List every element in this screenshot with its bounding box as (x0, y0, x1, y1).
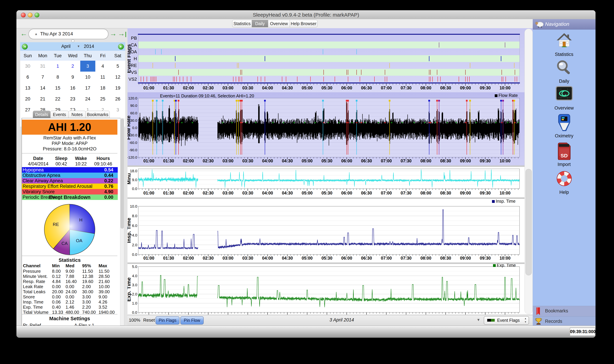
calendar-day-25[interactable]: 25 (95, 93, 110, 104)
reset-button[interactable]: Reset (143, 317, 155, 323)
calendar-day-18[interactable]: 18 (95, 83, 110, 93)
calendar-day-5[interactable]: 5 (110, 61, 125, 72)
swatch-green-icon (491, 319, 495, 322)
ahi-banner: AHI 1.20 (22, 120, 117, 135)
calendar-day-12[interactable]: 12 (110, 72, 125, 83)
tab-statistics[interactable]: Statistics (232, 20, 252, 27)
month-dropdown-icon[interactable]: ▼ (77, 45, 80, 48)
calendar-day-7[interactable]: 7 (35, 72, 50, 83)
svg-text:08:00: 08:00 (420, 191, 432, 195)
next-day-arrow-icon[interactable]: → (110, 30, 117, 37)
event-rate-row-hypopnea: Hypopnea0.54 (22, 167, 118, 173)
svg-text:09:30: 09:30 (480, 85, 491, 90)
sidebar-item-statistics[interactable]: Statistics (533, 32, 596, 59)
sidebar-item-bookmarks[interactable]: Bookmarks (533, 306, 596, 316)
minute-vent-chart[interactable]: 18.09.00.001:0001:3002:0002:3003:0003:30… (127, 167, 533, 197)
calendar-day-16[interactable]: 16 (65, 83, 80, 93)
details-tab-bookmarks[interactable]: Bookmarks (85, 111, 110, 118)
calendar-day-14[interactable]: 14 (35, 83, 50, 93)
calendar-day-4[interactable]: 4 (95, 61, 110, 72)
main-tabbar: StatisticsDailyOverviewHelp Browser (16, 19, 596, 28)
day-name-mon: Mon (35, 50, 50, 61)
collapse-chart-icon[interactable]: ▼ (476, 318, 480, 322)
chart-splitter[interactable] (127, 197, 533, 199)
sidebar-item-label: Help (533, 190, 596, 195)
calendar-day-11[interactable]: 11 (95, 72, 110, 83)
calendar-day-31[interactable]: 31 (35, 61, 50, 72)
splitter-handle[interactable] (71, 39, 74, 42)
sheep-icon (535, 20, 544, 29)
sidebar-item-daily[interactable]: Daily (533, 59, 596, 86)
sidebar-item-import[interactable]: SDImport (533, 142, 596, 169)
calendar-day-10[interactable]: 10 (80, 72, 95, 83)
calendar-day-24[interactable]: 24 (80, 93, 95, 104)
pin-flags-button[interactable]: Pin Flags (155, 316, 180, 325)
oximeter-icon (533, 114, 596, 132)
event-flags-chart[interactable]: PBCAOAHREVSVS201:0001:3002:0002:3003:000… (127, 28, 533, 92)
day-name-sun: Sun (20, 50, 35, 61)
current-date-label: Thu Apr 3 2014 (40, 31, 73, 37)
svg-text:PB: PB (131, 36, 137, 41)
svg-text:06:30: 06:30 (361, 158, 372, 163)
date-spin-up-icon[interactable]: ▲ (34, 32, 38, 36)
calendar-day-1[interactable]: 1 (50, 61, 65, 72)
calendar-day-19[interactable]: 19 (110, 83, 125, 93)
dropdown-value: Event Flags (497, 316, 520, 324)
charts-scrollbar[interactable] (525, 29, 533, 314)
details-tab-details[interactable]: Details (33, 111, 51, 118)
svg-text:30.0: 30.0 (130, 118, 137, 122)
selected-date-label: 3 April 2014 (316, 317, 367, 323)
calendar-day-3[interactable]: 3 (110, 104, 125, 115)
svg-text:03:30: 03:30 (242, 191, 253, 195)
calendar-next-month-icon[interactable]: ▶ (118, 44, 124, 50)
tab-daily[interactable]: Daily (252, 20, 268, 27)
calendar-day-6[interactable]: 6 (20, 72, 35, 83)
svg-text:CA: CA (131, 42, 137, 48)
tab-help-browser[interactable]: Help Browser (290, 20, 318, 27)
latest-day-arrow-icon[interactable]: →| (118, 30, 127, 37)
calendar-day-3-selected[interactable]: 3 (80, 61, 95, 72)
titlebar: SleepyHead v0.9.4-2 beta (Profile: markA… (16, 10, 596, 19)
details-scrollbar[interactable] (120, 118, 124, 325)
calendar-day-21[interactable]: 21 (35, 93, 50, 104)
charts-scrollbar-thumb[interactable] (526, 169, 532, 275)
flow-rate-chart[interactable]: 120.090.060.030.00.0-30.0-60.0-90.0-120.… (127, 92, 533, 165)
zoom-level-label: 100% (129, 317, 140, 323)
sidebar-item-label: Daily (533, 78, 596, 84)
date-selector[interactable]: ▲ Thu Apr 3 2014 (28, 29, 109, 39)
sidebar-item-help[interactable]: Help (533, 170, 596, 197)
calendar-year-label: 2014 (84, 44, 94, 49)
calendar-day-13[interactable]: 13 (20, 83, 35, 93)
calendar-day-9[interactable]: 9 (65, 72, 80, 83)
details-scrollbar-thumb[interactable] (121, 119, 124, 229)
svg-text:Flow Rate: Flow Rate (499, 93, 518, 98)
calendar-prev-month-icon[interactable]: ◀ (22, 44, 28, 50)
pin-flow-button[interactable]: Pin Flow (180, 316, 204, 325)
tab-overview[interactable]: Overview (268, 20, 290, 27)
sidebar-item-records[interactable]: Records (533, 316, 596, 327)
calendar-day-23[interactable]: 23 (65, 93, 80, 104)
status-bar: 09:39:31:000 (16, 325, 596, 338)
svg-text:01:30: 01:30 (163, 85, 174, 90)
svg-text:07:30: 07:30 (401, 256, 412, 260)
calendar-day-2[interactable]: 2 (65, 61, 80, 72)
chart-splitter[interactable] (127, 262, 533, 264)
details-tab-events[interactable]: Events (50, 111, 69, 118)
calendar-day-22[interactable]: 22 (50, 93, 65, 104)
calendar-day-15[interactable]: 15 (50, 83, 65, 93)
chart-select-dropdown[interactable]: Event Flags ▲▼ (484, 316, 529, 325)
calendar-day-26[interactable]: 26 (110, 93, 125, 104)
machine-name: RemStar Auto with A-Flex (22, 135, 117, 141)
calendar-day-30[interactable]: 30 (20, 61, 35, 72)
calendar-day-20[interactable]: 20 (20, 93, 35, 104)
insp-time-chart[interactable]: 10.08.06.04.02.00.0Insp. Time01:0001:300… (127, 199, 533, 262)
chart-splitter[interactable] (127, 165, 533, 167)
calendar-day-17[interactable]: 17 (80, 83, 95, 93)
calendar-day-8[interactable]: 8 (50, 72, 65, 83)
svg-text:05:00: 05:00 (302, 256, 313, 260)
exp-time-chart[interactable]: 5.04.03.02.01.00.0Exp. TimeExp. Time (127, 264, 533, 315)
sidebar-item-overview[interactable]: Overview (533, 86, 596, 113)
sidebar-item-oximetry[interactable]: Oximetry (533, 114, 596, 141)
previous-day-arrow-icon[interactable]: ← (20, 30, 27, 37)
details-tab-notes[interactable]: Notes (69, 111, 86, 118)
